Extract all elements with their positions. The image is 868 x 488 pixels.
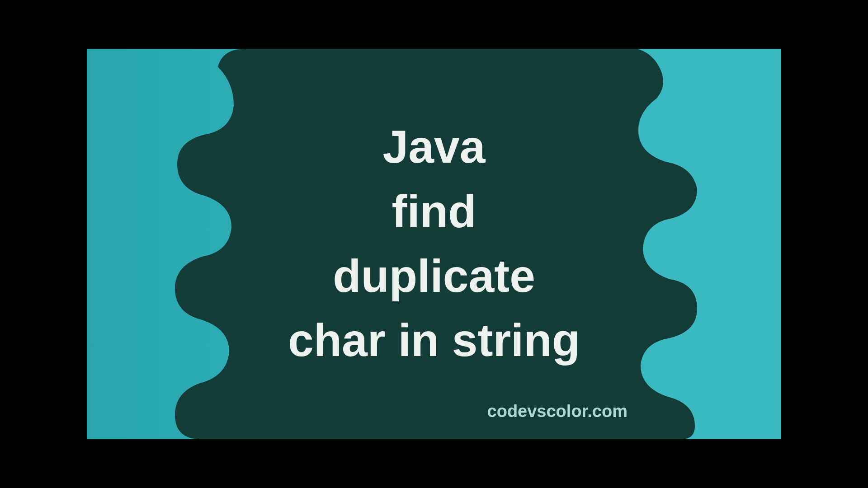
title-line-1: Java [87, 115, 781, 179]
title-line-2: find [87, 179, 781, 244]
banner-canvas: Java find duplicate char in string codev… [87, 49, 781, 439]
watermark-text: codevscolor.com [487, 402, 627, 421]
title-line-4: char in string [87, 309, 781, 373]
title-line-3: duplicate [87, 244, 781, 309]
title-container: Java find duplicate char in string [87, 115, 781, 373]
